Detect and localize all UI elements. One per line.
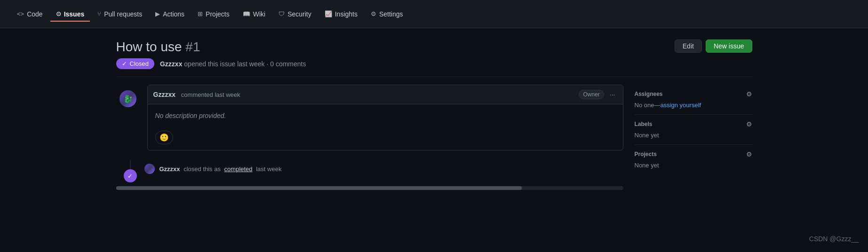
sidebar-projects-header: Projects ⚙ [635,150,752,158]
sidebar-projects-title: Projects [635,151,657,158]
status-badge: ✓ Closed [116,58,154,69]
emoji-reaction-button[interactable]: 🙂 [155,131,173,144]
nav-item-issues[interactable]: ⊙ Issues [50,7,90,22]
issue-author-link[interactable]: Gzzzxx [160,60,182,68]
comment-body-text: No description provided. [155,112,615,119]
actions-icon: ▶ [155,10,160,17]
new-issue-button[interactable]: New issue [706,39,752,53]
timeline-event-row: ✓ Gzzzxx closed this as completed last w… [116,160,623,182]
check-icon: ✓ [122,60,127,67]
labels-gear-icon[interactable]: ⚙ [746,120,752,128]
nav-item-insights[interactable]: 📈 Insights [319,7,363,22]
sidebar-assignees-title: Assignees [635,91,663,97]
sidebar-projects-value: None yet [635,162,752,169]
scrollbar-thumb [116,186,522,190]
comment-menu-button[interactable]: ··· [608,89,617,100]
projects-gear-icon[interactable]: ⚙ [746,150,752,158]
owner-badge: Owner [579,90,604,99]
comment-body: No description provided. [148,104,623,127]
nav-item-actions[interactable]: ▶ Actions [150,7,190,22]
issue-sidebar: Assignees ⚙ No one—assign yourself Label… [635,85,752,190]
projects-icon: ⊞ [198,10,203,17]
issue-header: How to use #1 Edit New issue [116,39,752,55]
horizontal-scrollbar[interactable] [116,186,623,190]
assignees-gear-icon[interactable]: ⚙ [746,90,752,98]
nav-item-projects[interactable]: ⊞ Projects [192,7,235,22]
nav-item-pull-requests[interactable]: ⑂ Pull requests [92,7,148,22]
issue-timeline: 🐉 Gzzzxx commented last week Owner ··· [116,85,623,190]
issue-title: How to use #1 [116,39,200,55]
header-buttons: Edit New issue [675,39,752,53]
nav-item-wiki[interactable]: 📖 Wiki [237,7,271,22]
comment-author-info: Gzzzxx commented last week [153,91,240,98]
sidebar-labels-header: Labels ⚙ [635,120,752,128]
nav-item-security[interactable]: 🛡 Security [273,7,317,22]
wiki-icon: 📖 [243,10,250,17]
comment-time: commented last week [181,91,240,98]
timeline-dot: ✓ [124,169,137,182]
comment-reactions: 🙂 [148,127,623,150]
insights-icon: 📈 [325,10,332,17]
issue-body: 🐉 Gzzzxx commented last week Owner ··· [116,85,752,190]
comment-header-right: Owner ··· [579,89,617,100]
comment-card: Gzzzxx commented last week Owner ··· No … [147,85,623,150]
timeline-author-link[interactable]: Gzzzxx [159,165,180,173]
sidebar-projects-section: Projects ⚙ None yet [635,145,752,174]
pull-requests-icon: ⑂ [97,10,101,17]
timeline-event: Gzzzxx closed this as completed last wee… [144,160,623,177]
issue-meta-text: Gzzzxx opened this issue last week · 0 c… [160,60,306,68]
sidebar-assignees-header: Assignees ⚙ [635,90,752,98]
timeline-mini-avatar [144,164,155,174]
security-icon: 🛡 [279,10,285,17]
timeline-line-top [130,160,131,169]
comment-row: 🐉 Gzzzxx commented last week Owner ··· [116,85,623,158]
sidebar-labels-title: Labels [635,121,653,127]
main-content: How to use #1 Edit New issue ✓ Closed Gz… [105,28,764,190]
completed-link: completed [224,165,253,173]
avatar: 🐉 [119,90,136,107]
nav-item-code[interactable]: <> Code [11,7,48,22]
code-icon: <> [17,10,24,17]
comment-author: Gzzzxx [153,91,175,98]
edit-button[interactable]: Edit [675,39,702,53]
top-navigation: <> Code ⊙ Issues ⑂ Pull requests ▶ Actio… [0,0,868,28]
nav-item-settings[interactable]: ⚙ Settings [365,7,409,22]
comment-avatar-wrapper: 🐉 [116,85,140,158]
timeline-left: ✓ [116,160,144,182]
sidebar-assignees-value: No one—assign yourself [635,102,752,109]
assign-yourself-link[interactable]: assign yourself [660,102,701,109]
watermark: CSDN @Gzzz__ [809,235,859,243]
issues-icon: ⊙ [56,10,61,17]
sidebar-labels-value: None yet [635,132,752,139]
sidebar-labels-section: Labels ⚙ None yet [635,115,752,145]
timeline-event-text: Gzzzxx closed this as completed last wee… [159,165,282,173]
comment-header: Gzzzxx commented last week Owner ··· [148,85,623,104]
issue-meta: ✓ Closed Gzzzxx opened this issue last w… [116,58,752,77]
sidebar-assignees-section: Assignees ⚙ No one—assign yourself [635,85,752,115]
settings-icon: ⚙ [371,10,376,17]
